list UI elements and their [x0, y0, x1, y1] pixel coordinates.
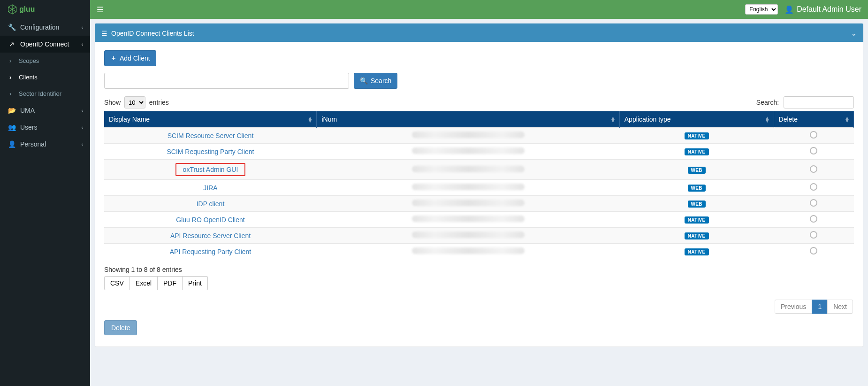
table-row: API Resource Server ClientNATIVE [104, 228, 854, 244]
svg-text:gluu: gluu [19, 5, 35, 13]
client-search-input[interactable] [104, 73, 349, 89]
clients-panel: ☰ OpenID Connect Clients List ⌄ ＋ Add Cl… [95, 23, 863, 347]
sidebar-subitem-clients[interactable]: › Clients [0, 69, 90, 85]
paginate-previous[interactable]: Previous [775, 300, 812, 314]
sidebar-subitem-label: Sector Identifier [19, 90, 61, 97]
logo: gluu [0, 0, 90, 19]
client-link[interactable]: SCIM Requesting Party Client [167, 148, 254, 155]
wrench-icon: 🔧 [7, 23, 16, 31]
app-type-badge: WEB [688, 201, 706, 208]
table-filter-input[interactable] [784, 96, 854, 108]
col-header-delete[interactable]: Delete ▲▼ [774, 111, 853, 128]
sort-icon: ▲▼ [845, 116, 850, 122]
sidebar-item-label: Configuration [20, 23, 59, 31]
folder-open-icon: 📂 [7, 107, 16, 114]
sidebar-subitem-scopes[interactable]: › Scopes [0, 53, 90, 69]
inum-redacted [412, 216, 525, 222]
panel-collapse-icon[interactable]: ⌄ [851, 30, 857, 37]
length-select[interactable]: 10 [124, 96, 145, 108]
language-select[interactable]: English [745, 4, 778, 15]
delete-radio[interactable] [810, 131, 817, 139]
export-pdf-button[interactable]: PDF [158, 276, 183, 290]
app-type-badge: WEB [688, 185, 706, 192]
client-link[interactable]: Gluu RO OpenID Client [176, 216, 244, 224]
chevron-right-icon: › [9, 74, 16, 81]
chevron-left-icon: ‹ [82, 108, 83, 113]
client-link[interactable]: oxTrust Admin GUI [183, 166, 238, 173]
app-type-badge: NATIVE [685, 132, 709, 139]
table-row: Gluu RO OpenID ClientNATIVE [104, 212, 854, 228]
sidebar-item-uma[interactable]: 📂 UMA ‹ [0, 102, 90, 119]
inum-redacted [412, 131, 525, 138]
sidebar-subitem-label: Clients [19, 74, 38, 81]
search-icon: 🔍 [360, 77, 368, 85]
sidebar-item-configuration[interactable]: 🔧 Configuration ‹ [0, 19, 90, 36]
sidebar-subitem-label: Scopes [19, 57, 39, 64]
topbar: ☰ English 👤 Default Admin User [90, 0, 868, 19]
plus-icon: ＋ [110, 54, 117, 62]
chevron-left-icon: ‹ [82, 142, 83, 147]
col-header-display-name[interactable]: Display Name ▲▼ [104, 111, 317, 128]
sidebar-item-label: OpenID Connect [20, 40, 69, 48]
chevron-right-icon: › [9, 90, 16, 97]
menu-toggle-icon[interactable]: ☰ [97, 5, 103, 14]
export-print-button[interactable]: Print [183, 276, 208, 290]
table-row: API Requesting Party ClientNATIVE [104, 244, 854, 260]
chevron-right-icon: › [9, 57, 16, 64]
app-type-badge: NATIVE [685, 248, 709, 255]
sort-icon: ▲▼ [308, 116, 313, 122]
search-button[interactable]: 🔍 Search [354, 73, 397, 89]
sidebar-item-personal[interactable]: 👤 Personal ‹ [0, 136, 90, 153]
table-row: SCIM Resource Server ClientNATIVE [104, 128, 854, 144]
chevron-left-icon: ‹ [82, 125, 83, 130]
delete-radio[interactable] [810, 231, 817, 239]
delete-radio[interactable] [810, 199, 817, 207]
app-type-badge: WEB [688, 167, 706, 174]
paginate-next[interactable]: Next [827, 300, 853, 314]
client-link[interactable]: API Requesting Party Client [170, 248, 251, 255]
user-icon: 👤 [7, 140, 16, 148]
delete-radio[interactable] [810, 147, 817, 154]
paginate-page-1[interactable]: 1 [812, 300, 828, 314]
sort-icon: ▲▼ [610, 116, 616, 122]
app-type-badge: NATIVE [685, 216, 709, 224]
panel-title: OpenID Connect Clients List [111, 30, 194, 37]
table-row: oxTrust Admin GUIWEB [104, 160, 854, 180]
table-row: JIRAWEB [104, 180, 854, 196]
client-link[interactable]: IDP client [197, 200, 225, 208]
users-icon: 👥 [7, 124, 16, 131]
sidebar-subitem-sector-identifier[interactable]: › Sector Identifier [0, 85, 90, 102]
delete-radio[interactable] [810, 215, 817, 223]
chevron-left-icon: ‹ [82, 42, 83, 47]
clients-table: Display Name ▲▼ iNum ▲▼ Application type… [104, 111, 854, 259]
export-csv-button[interactable]: CSV [104, 276, 130, 290]
delete-radio[interactable] [810, 247, 817, 255]
user-icon: 👤 [784, 5, 794, 14]
table-info: Showing 1 to 8 of 8 entries [104, 266, 854, 273]
col-header-inum[interactable]: iNum ▲▼ [317, 111, 619, 128]
app-type-badge: NATIVE [685, 232, 709, 239]
client-link[interactable]: API Resource Server Client [170, 232, 251, 239]
current-user-label[interactable]: 👤 Default Admin User [784, 5, 861, 14]
sidebar-item-label: UMA [20, 107, 35, 114]
app-type-badge: NATIVE [685, 148, 709, 155]
export-excel-button[interactable]: Excel [130, 276, 158, 290]
col-header-app-type[interactable]: Application type ▲▼ [619, 111, 774, 128]
delete-radio[interactable] [810, 165, 817, 173]
delete-radio[interactable] [810, 183, 817, 191]
sidebar-item-openid-connect[interactable]: ↗ OpenID Connect ‹ [0, 36, 90, 53]
sidebar-item-users[interactable]: 👥 Users ‹ [0, 119, 90, 136]
inum-redacted [412, 166, 525, 172]
client-link[interactable]: SCIM Resource Server Client [168, 132, 254, 139]
table-row: SCIM Requesting Party ClientNATIVE [104, 144, 854, 160]
inum-redacted [412, 184, 525, 190]
delete-selected-button[interactable]: Delete [104, 320, 137, 335]
list-icon: ☰ [101, 30, 107, 37]
table-row: IDP clientWEB [104, 196, 854, 212]
sort-icon: ▲▼ [765, 116, 770, 122]
sidebar: gluu 🔧 Configuration ‹ ↗ OpenID Connect … [0, 0, 90, 386]
add-client-button[interactable]: ＋ Add Client [104, 50, 156, 66]
length-control: Show 10 entries [104, 96, 169, 108]
inum-redacted [412, 147, 525, 154]
client-link[interactable]: JIRA [203, 184, 217, 192]
